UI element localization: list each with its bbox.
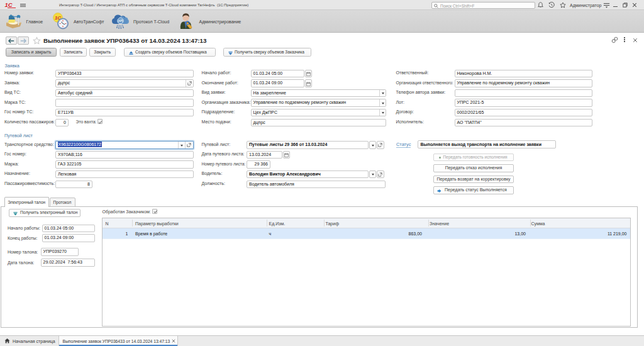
svg-text:API: API [118,20,123,23]
